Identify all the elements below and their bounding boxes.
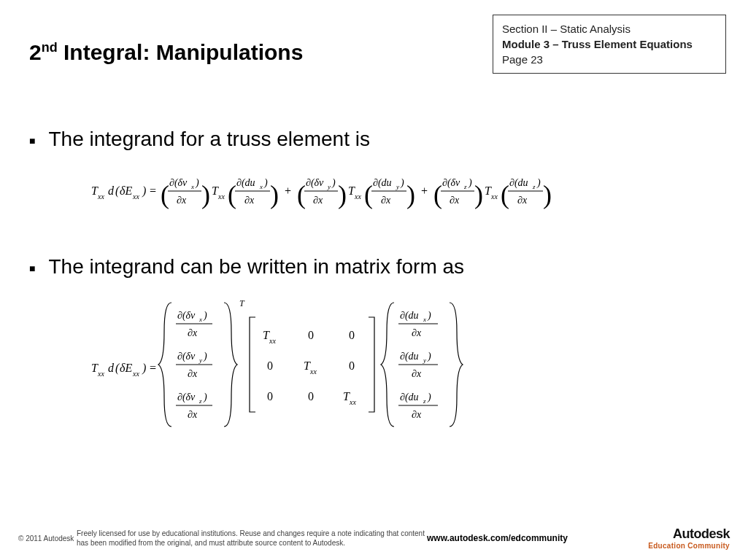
site-link[interactable]: www.autodesk.com/edcommunity (427, 533, 648, 543)
license-text: Freely licensed for use by educational i… (77, 529, 427, 548)
svg-text:∂(du: ∂(du (373, 177, 392, 189)
svg-text:): ) (543, 180, 552, 209)
svg-text:): ) (203, 351, 207, 362)
equation-2: Txx d (δExx) = ∂(δvx) ∂x ∂(δvy) ∂x ∂(δvz… (91, 299, 719, 440)
svg-text:xx: xx (97, 370, 104, 378)
svg-text:∂(δv: ∂(δv (306, 177, 324, 189)
equation-1: Txx d (δExx) = ( ∂(δvx) ∂x ) Txx ( ∂(dux… (91, 171, 719, 215)
svg-text:): ) (142, 184, 146, 198)
svg-text:): ) (331, 177, 336, 189)
svg-text:y: y (396, 183, 399, 190)
svg-text:∂(δv: ∂(δv (177, 351, 196, 362)
svg-text:): ) (338, 180, 347, 209)
svg-text:z: z (532, 183, 536, 190)
svg-text:∂x: ∂x (381, 195, 391, 206)
content-area: The integrand for a truss element is Txx… (29, 128, 719, 440)
svg-text:): ) (427, 392, 431, 403)
bullet-1: The integrand for a truss element is (29, 128, 719, 151)
slide-footer: © 2011 Autodesk Freely licensed for use … (0, 516, 748, 560)
page-label: Page 23 (502, 53, 717, 66)
bullet-2-text: The integrand can be written in matrix f… (48, 255, 464, 279)
brand-logo-text: Autodesk (648, 526, 730, 542)
svg-text:): ) (536, 177, 541, 189)
header-info-box: Section II – Static Analysis Module 3 – … (493, 15, 726, 74)
svg-text:∂(δv: ∂(δv (442, 177, 460, 189)
svg-text:xx: xx (490, 192, 498, 201)
svg-text:=: = (150, 184, 156, 197)
svg-text:): ) (263, 177, 268, 189)
svg-text:xx: xx (132, 192, 139, 201)
copyright-text: © 2011 Autodesk (18, 534, 77, 542)
svg-text:): ) (427, 310, 431, 322)
svg-text:y: y (327, 183, 331, 190)
svg-text:∂x: ∂x (450, 195, 460, 206)
svg-text:z: z (198, 397, 202, 405)
svg-text:): ) (468, 177, 472, 189)
svg-text:(: ( (297, 180, 306, 209)
svg-text:xx: xx (132, 370, 139, 378)
slide-title: 2nd Integral: Manipulations (29, 40, 303, 65)
svg-text:δE: δE (120, 184, 132, 197)
svg-text:(: ( (501, 180, 509, 209)
svg-text:0: 0 (349, 359, 355, 372)
svg-text:∂x: ∂x (188, 327, 198, 338)
svg-text:d: d (108, 362, 115, 374)
svg-text:xx: xx (217, 192, 225, 201)
title-pre: 2 (29, 40, 42, 64)
svg-text:x: x (423, 316, 426, 323)
svg-text:(: ( (161, 180, 169, 209)
svg-text:): ) (195, 177, 199, 189)
brand-sub-text: Education Community (648, 542, 730, 550)
svg-text:∂x: ∂x (517, 195, 528, 206)
svg-text:z: z (463, 183, 467, 190)
svg-text:∂x: ∂x (412, 368, 422, 379)
svg-text:): ) (142, 362, 146, 375)
svg-text:∂x: ∂x (188, 368, 198, 379)
svg-text:∂(δv: ∂(δv (169, 177, 188, 189)
svg-text:xx: xx (97, 192, 104, 201)
svg-text:): ) (201, 180, 210, 209)
svg-text:∂x: ∂x (244, 195, 255, 206)
svg-text:): ) (270, 180, 279, 209)
svg-text:x: x (198, 316, 202, 323)
svg-text:(: ( (433, 180, 442, 209)
svg-text:+: + (285, 184, 291, 197)
svg-text:∂x: ∂x (412, 409, 422, 420)
svg-text:∂x: ∂x (188, 409, 198, 420)
svg-text:): ) (400, 177, 404, 189)
module-label: Module 3 – Truss Element Equations (502, 38, 717, 50)
bullet-1-text: The integrand for a truss element is (48, 128, 369, 151)
svg-text:(: ( (228, 180, 236, 209)
svg-text:0: 0 (349, 329, 355, 341)
bullet-2: The integrand can be written in matrix f… (29, 255, 719, 279)
svg-text:∂(du: ∂(du (400, 310, 419, 322)
svg-text:0: 0 (267, 390, 273, 402)
svg-text:+: + (421, 184, 428, 197)
svg-text:xx: xx (349, 398, 356, 406)
svg-text:): ) (203, 310, 207, 322)
brand-block: Autodesk Education Community (648, 526, 730, 550)
svg-text:d: d (108, 184, 115, 197)
svg-text:): ) (203, 392, 207, 403)
svg-text:xx: xx (269, 337, 276, 345)
svg-text:∂x: ∂x (412, 327, 422, 338)
svg-text:0: 0 (308, 390, 314, 402)
title-rest: Integral: Manipulations (58, 40, 304, 64)
svg-text:xx: xx (309, 368, 317, 376)
svg-text:(: ( (364, 180, 373, 209)
svg-text:T: T (239, 299, 245, 308)
svg-text:x: x (259, 183, 263, 190)
title-sup: nd (42, 40, 58, 55)
svg-text:∂(du: ∂(du (400, 351, 419, 362)
svg-text:=: = (150, 362, 156, 374)
svg-text:∂(du: ∂(du (400, 392, 419, 403)
svg-text:∂x: ∂x (313, 195, 323, 206)
svg-text:δE: δE (120, 362, 132, 374)
svg-text:∂(du: ∂(du (236, 177, 255, 189)
svg-text:z: z (423, 397, 426, 405)
svg-text:y: y (423, 357, 426, 364)
svg-text:0: 0 (308, 329, 314, 341)
svg-text:∂(du: ∂(du (509, 177, 528, 189)
svg-text:): ) (427, 351, 431, 362)
svg-text:y: y (198, 357, 202, 364)
